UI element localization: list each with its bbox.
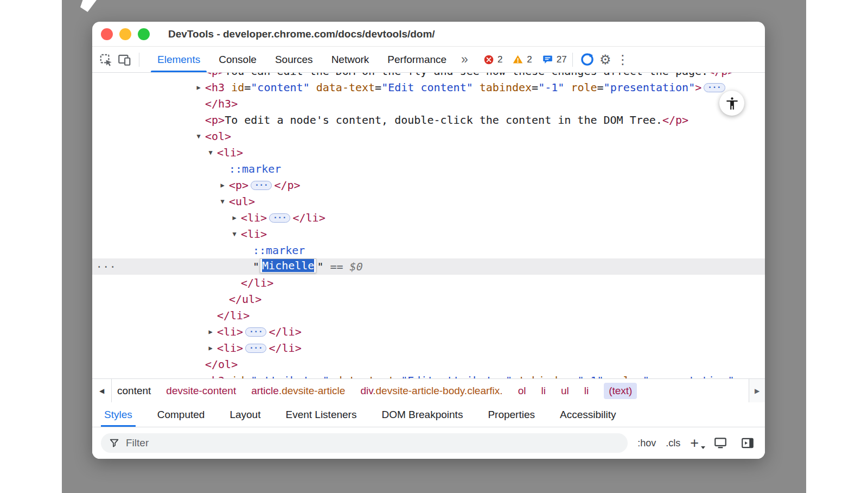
more-menu-button[interactable]: ⋮: [614, 51, 631, 68]
issues-badge[interactable]: 27: [542, 54, 567, 65]
inline-expand-button[interactable]: ···: [269, 213, 290, 223]
dom-tree-row[interactable]: ▶<h3 id="attributes" data-text="Edit att…: [92, 372, 765, 378]
expand-arrow-right-icon[interactable]: ▶: [194, 372, 203, 378]
tab-sources[interactable]: Sources: [266, 47, 322, 72]
tab-network[interactable]: Network: [322, 47, 379, 72]
breadcrumb-part: devsite-content: [166, 385, 236, 396]
tab-computed[interactable]: Computed: [154, 402, 208, 427]
errors-badge[interactable]: 2: [483, 54, 502, 65]
element-classes-button[interactable]: .cls: [666, 438, 680, 449]
tab-styles[interactable]: Styles: [101, 402, 136, 427]
breadcrumb-item[interactable]: li: [541, 385, 545, 397]
dom-tree-row[interactable]: ::marker: [92, 161, 765, 177]
dom-tree-row[interactable]: ▼<li>: [92, 226, 765, 242]
settings-button[interactable]: ⚙: [597, 51, 614, 68]
kebab-icon: ⋮: [616, 52, 629, 67]
dom-tree-row[interactable]: ▼<ol>: [92, 128, 765, 144]
dom-tree-row[interactable]: ▶<li>···</li>: [92, 340, 765, 356]
close-button[interactable]: [101, 28, 113, 40]
dom-tree-row[interactable]: </ol>: [92, 356, 765, 372]
dom-tree-row[interactable]: ▼<ul>: [92, 193, 765, 210]
dom-tree-row[interactable]: ::marker: [92, 242, 765, 258]
breadcrumb-item[interactable]: ul: [561, 385, 569, 397]
tab-event-listeners[interactable]: Event Listeners: [282, 402, 360, 427]
breadcrumb-item[interactable]: ol: [518, 385, 526, 397]
dom-tree-row[interactable]: ▼<li>: [92, 144, 765, 161]
new-style-rule-button[interactable]: +: [690, 437, 702, 449]
expand-arrow-right-icon[interactable]: ▶: [206, 340, 215, 356]
expand-arrow-right-icon[interactable]: ▶: [194, 79, 203, 96]
minimize-button[interactable]: [119, 28, 131, 40]
tab-dom-breakpoints[interactable]: DOM Breakpoints: [378, 402, 466, 427]
dom-token: [512, 374, 519, 378]
breadcrumb-item[interactable]: devsite-content: [166, 385, 236, 397]
dom-token: tabindex: [519, 374, 571, 378]
plus-icon: +: [690, 435, 699, 451]
accessibility-shortcut-button[interactable]: [719, 91, 744, 116]
inline-expand-button[interactable]: ···: [245, 327, 266, 337]
breadcrumb-item[interactable]: (text): [604, 383, 637, 399]
tab-layout[interactable]: Layout: [226, 402, 264, 427]
dom-token: id: [231, 81, 244, 94]
dom-tree-row[interactable]: <p>To edit a node's content, double-clic…: [92, 112, 765, 128]
dom-tree-row[interactable]: <p>You can edit the DOM on the fly and s…: [92, 73, 765, 79]
dom-token: =: [532, 81, 538, 94]
inline-text-editor[interactable]: Michelle: [260, 258, 316, 273]
expand-arrow-down-icon[interactable]: ▼: [194, 128, 203, 144]
inspect-element-button[interactable]: [97, 50, 115, 69]
dom-tree-row[interactable]: </li>: [92, 307, 765, 324]
breadcrumb-item[interactable]: content: [117, 385, 151, 397]
tab-console[interactable]: Console: [209, 47, 266, 72]
tab-performance[interactable]: Performance: [378, 47, 456, 72]
inline-expand-button[interactable]: ···: [704, 83, 725, 92]
filter-input[interactable]: [126, 437, 620, 449]
breadcrumb-item[interactable]: div.devsite-article-body.clearfix.: [360, 385, 502, 397]
toggle-element-state-button[interactable]: :hov: [637, 438, 656, 449]
devtools-window: DevTools - developer.chrome.com/docs/dev…: [92, 22, 765, 459]
toggle-sidebar-button[interactable]: [739, 434, 756, 452]
breadcrumb-part: content: [117, 385, 151, 396]
dom-tree-row[interactable]: </li>: [92, 275, 765, 291]
tab-properties[interactable]: Properties: [484, 402, 538, 427]
tab-elements[interactable]: Elements: [148, 47, 209, 72]
dom-tree-row[interactable]: ▶<p>···</p>: [92, 177, 765, 193]
expand-arrow-right-icon[interactable]: ▶: [229, 210, 239, 226]
inline-expand-button[interactable]: ···: [251, 181, 272, 190]
dom-tree-row[interactable]: ▶<li>···</li>: [92, 324, 765, 340]
dom-tree-row[interactable]: </h3>: [92, 96, 765, 112]
inline-expand-button[interactable]: ···: [245, 344, 266, 353]
dom-tree-row[interactable]: ···"Michelle" == $0: [92, 258, 765, 275]
expand-arrow-right-icon[interactable]: ▶: [218, 177, 227, 193]
dom-token: <ul>: [229, 195, 255, 208]
expand-arrow-down-icon[interactable]: ▼: [206, 144, 215, 161]
dom-token: <p>: [229, 179, 248, 192]
device-toolbar-button[interactable]: [115, 50, 133, 69]
expand-arrow-down-icon[interactable]: ▼: [218, 193, 227, 210]
dom-token: =: [244, 374, 251, 378]
chevron-right-icon: ▶: [755, 387, 760, 395]
breadcrumb-part: div: [360, 385, 373, 396]
expand-arrow-down-icon[interactable]: ▼: [229, 226, 239, 242]
row-actions-icon[interactable]: ···: [96, 258, 116, 275]
breadcrumb-part: .devsite-article: [279, 385, 346, 396]
breadcrumb-part: (text): [609, 385, 632, 396]
expand-arrow-right-icon[interactable]: ▶: [206, 324, 215, 340]
dom-tree-row[interactable]: </ul>: [92, 291, 765, 307]
dom-token: [604, 374, 610, 378]
sync-button[interactable]: [578, 50, 597, 69]
toggle-rendering-button[interactable]: [712, 434, 729, 452]
dom-token: ": [253, 260, 259, 273]
breadcrumb-scroll-left-button[interactable]: ◀: [92, 379, 112, 402]
more-tabs-button[interactable]: »: [461, 53, 468, 66]
dom-tree-row[interactable]: ▶<li>···</li>: [92, 210, 765, 226]
breadcrumb-item[interactable]: li: [584, 385, 589, 397]
maximize-button[interactable]: [138, 28, 150, 40]
dom-tree-row[interactable]: ▶<h3 id="content" data-text="Edit conten…: [92, 79, 765, 96]
dom-token: </li>: [269, 325, 301, 338]
tab-accessibility[interactable]: Accessibility: [557, 402, 619, 427]
dom-tree: <p>You can edit the DOM on the fly and s…: [92, 73, 765, 378]
breadcrumb-scroll-right-button[interactable]: ▶: [749, 379, 765, 402]
warnings-badge[interactable]: 2: [512, 54, 532, 65]
breadcrumb-item[interactable]: article.devsite-article: [251, 385, 345, 397]
breadcrumb-part: li: [584, 385, 589, 396]
